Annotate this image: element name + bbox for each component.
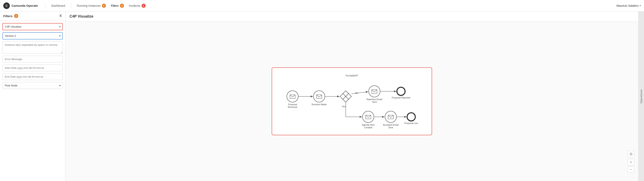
- username: Mauricio Salatino: [616, 4, 638, 7]
- error-message-input[interactable]: [2, 56, 63, 62]
- main-layout: Filters 0 K C4P Visualize Order Process …: [0, 11, 644, 181]
- zoom-controls: ⊙ + −: [628, 151, 634, 173]
- zoom-out-button[interactable]: −: [628, 166, 634, 173]
- operations-label: Operations: [640, 89, 643, 103]
- page-title: C4P Visualize: [70, 14, 634, 18]
- rejection-email-node: [369, 86, 380, 97]
- brand-logo: C: [3, 2, 10, 9]
- agenda-item-label: Agenda Item: [362, 124, 374, 126]
- sidebar-collapse-button[interactable]: K: [60, 14, 62, 18]
- user-menu-chevron: ▾: [640, 4, 641, 7]
- gateway-yes-label: Yes: [342, 105, 346, 108]
- nav-dashboard[interactable]: Dashboard: [49, 2, 68, 9]
- workflow-select[interactable]: C4P Visualize Order Process Payment Flow: [2, 23, 63, 30]
- version-select-wrapper: Version 1 Version 2 Version 3 ▼: [2, 32, 63, 39]
- proposal-live-node: [407, 113, 415, 121]
- nav-filters[interactable]: Filters 0: [108, 2, 126, 9]
- proposal-rejected-node: [397, 87, 405, 95]
- brand: C Camunda Operate: [3, 2, 38, 9]
- decision-made-label: Decision Made: [312, 103, 327, 106]
- nav-incidents[interactable]: Incidents 0: [126, 2, 148, 9]
- agenda-item-label2: Created: [364, 126, 372, 129]
- accepted-email-node: [385, 111, 396, 123]
- rejection-email-label2: Sent: [372, 101, 377, 103]
- nav-running-instances[interactable]: Running Instances 0: [74, 2, 108, 9]
- proposal-live-label: Proposal Live: [404, 122, 418, 124]
- version-select[interactable]: Version 1 Version 2 Version 3: [2, 32, 63, 39]
- flow-node-select[interactable]: Flow Node Task 1 Task 2: [2, 82, 63, 89]
- zoom-in-button[interactable]: +: [628, 159, 634, 166]
- gateway-label: Accepted?: [280, 74, 424, 77]
- end-date-input[interactable]: [2, 73, 63, 80]
- user-menu[interactable]: Mauricio Salatino ▾: [616, 4, 641, 7]
- zoom-target-button[interactable]: ⊙: [628, 151, 634, 157]
- sidebar-content: C4P Visualize Order Process Payment Flow…: [0, 21, 65, 181]
- sidebar-filters-badge: 0: [14, 14, 18, 18]
- bpmn-diagram: Accepted? Proposal Received: [272, 67, 432, 135]
- operations-sidebar: Operations: [638, 11, 644, 181]
- instance-ids-input[interactable]: [2, 41, 63, 54]
- filters-sidebar: Filters 0 K C4P Visualize Order Process …: [0, 11, 66, 181]
- decision-made-node: [314, 91, 325, 102]
- proposal-rejected-label: Proposal Rejected: [392, 96, 410, 99]
- filters-badge: 0: [120, 4, 124, 8]
- bpmn-svg: Proposal Received Decision Made No: [280, 79, 424, 128]
- nav-divider-1: [45, 3, 46, 8]
- running-instances-badge: 0: [102, 4, 106, 8]
- flow-node-select-wrapper: Flow Node Task 1 Task 2 ▼: [2, 82, 63, 89]
- sidebar-title: Filters 0: [3, 14, 18, 18]
- accepted-email-label2: Sent: [388, 126, 393, 129]
- workflow-select-wrapper: C4P Visualize Order Process Payment Flow…: [2, 23, 63, 30]
- rejection-email-label: Rejection Email: [366, 98, 382, 101]
- accepted-email-label: Accepted Email: [383, 124, 398, 126]
- start-date-input[interactable]: [2, 65, 63, 71]
- incidents-badge: 0: [142, 4, 146, 8]
- top-navigation: C Camunda Operate Dashboard Running Inst…: [0, 0, 644, 11]
- main-content: C4P Visualize Accepted?: [66, 11, 638, 181]
- proposal-received-label: Proposal: [288, 103, 297, 106]
- diagram-area: Accepted? Proposal Received: [66, 22, 638, 181]
- proposal-received-label2: Received: [288, 106, 297, 108]
- sidebar-header: Filters 0 K: [0, 11, 65, 21]
- arrow-3: [352, 92, 368, 94]
- proposal-received-node: [287, 91, 298, 102]
- agenda-item-node: [362, 111, 374, 123]
- main-header: C4P Visualize: [66, 11, 638, 22]
- brand-name: Camunda Operate: [12, 4, 38, 7]
- nav-divider-2: [71, 3, 71, 8]
